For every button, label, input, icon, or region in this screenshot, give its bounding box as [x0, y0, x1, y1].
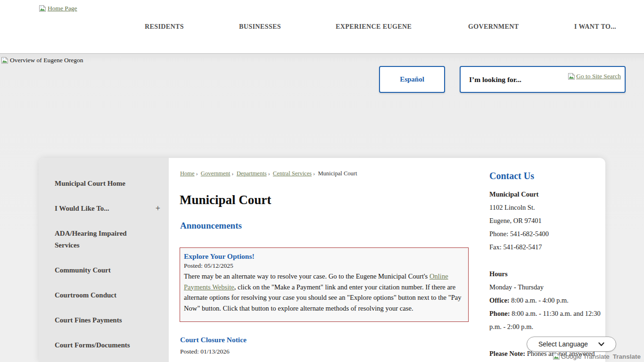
expand-plus-icon[interactable]: +	[156, 203, 160, 214]
translate-label: Translate	[613, 353, 641, 360]
sidebar-item-label: I Would Like To...	[55, 205, 109, 212]
breadcrumb-government[interactable]: Government	[201, 170, 230, 177]
broken-image-icon	[553, 353, 561, 360]
breadcrumb-current: Municipal Court	[318, 170, 357, 177]
court-closure-posted-date: Posted: 01/13/2026	[180, 348, 230, 355]
contact-sidebar: Contact Us Municipal Court 1102 Lincoln …	[489, 171, 607, 362]
sidebar-item-label: Court Forms/Documents	[55, 341, 130, 349]
breadcrumb-separator: ›	[313, 170, 315, 177]
court-closure-notice-link[interactable]: Court Closure Notice	[180, 336, 247, 344]
home-page-logo-link[interactable]: Home Page	[39, 5, 77, 12]
nav-businesses[interactable]: BUSINESSES	[239, 23, 281, 31]
nav-government[interactable]: GOVERNMENT	[468, 23, 519, 31]
broken-image-icon	[568, 73, 576, 80]
announcements-heading: Announcements	[180, 221, 242, 231]
main-content: Home› Government› Departments› Central S…	[180, 158, 491, 362]
sidebar-item-courtroom-conduct[interactable]: Courtroom Conduct	[55, 289, 161, 301]
contact-department-name: Municipal Court	[489, 188, 607, 201]
office-label: Office:	[489, 296, 510, 304]
sidebar-item-court-forms-documents[interactable]: Court Forms/Documents	[55, 339, 161, 351]
select-language-label: Select Language	[538, 340, 588, 348]
breadcrumb-separator: ›	[268, 170, 270, 177]
please-note-label: Please Note:	[489, 350, 525, 357]
sidebar-item-label: Court Fines Payments	[55, 316, 122, 324]
breadcrumb-central-services[interactable]: Central Services	[273, 170, 312, 177]
contact-address-line1: 1102 Lincoln St.	[489, 201, 607, 214]
announcement-body: There may be an alternate way to resolve…	[184, 271, 463, 313]
hours-days: Monday - Thursday	[489, 280, 607, 294]
broken-image-icon	[1, 57, 9, 64]
announcement-body-text: There may be an alternate way to resolve…	[184, 272, 429, 280]
office-hours-value: 8:00 a.m. - 4:00 p.m.	[510, 296, 569, 304]
chevron-down-icon	[598, 342, 604, 346]
contact-us-heading: Contact Us	[489, 171, 607, 181]
contact-address-line2: Eugene, OR 97401	[489, 214, 607, 227]
sidebar-item-municipal-court-home[interactable]: Municipal Court Home	[55, 178, 161, 189]
content-card: Municipal Court Home I Would Like To... …	[39, 158, 605, 362]
nav-i-want-to[interactable]: I WANT TO...	[574, 23, 616, 31]
google-translate-logo-alt: Google Translate	[561, 353, 610, 360]
breadcrumb-home[interactable]: Home	[180, 170, 195, 177]
sidebar-menu: Municipal Court Home I Would Like To... …	[39, 158, 169, 362]
announcement-notice-box: Explore Your Options! Posted: 05/12/2025…	[180, 247, 469, 322]
nav-experience-eugene[interactable]: EXPERIENCE EUGENE	[336, 23, 412, 31]
breadcrumb-separator: ›	[196, 170, 198, 177]
sidebar-item-label: ADA/Hearing Impaired Services	[55, 230, 127, 249]
office-hours-line: Office: 8:00 a.m. - 4:00 p.m.	[489, 294, 607, 307]
home-page-logo-label: Home Page	[48, 5, 77, 12]
phone-hours-line: Phone: 8:00 a.m. - 11:30 a.m. and 12:30 …	[489, 307, 607, 333]
announcement-posted-date: Posted: 05/12/2025	[184, 262, 463, 270]
sidebar-item-label: Courtroom Conduct	[55, 291, 116, 299]
hero-banner-broken-image: Overview of Eugene Oregon	[1, 57, 83, 64]
sidebar-item-label: Community Court	[55, 266, 111, 274]
espanol-button[interactable]: Español	[379, 66, 445, 93]
page-title: Municipal Court	[180, 193, 271, 207]
go-to-site-search-link[interactable]: Go to Site Search	[568, 73, 621, 80]
select-language-dropdown[interactable]: Select Language	[527, 337, 616, 352]
google-translate-attribution: Google Translate Translate	[553, 353, 641, 360]
search-input[interactable]	[461, 67, 568, 92]
hours-heading: Hours	[489, 267, 607, 280]
sidebar-item-ada-hearing-impaired-services[interactable]: ADA/Hearing Impaired Services	[55, 228, 161, 251]
top-nav: Home Page RESIDENTS BUSINESSES EXPERIENC…	[0, 0, 644, 53]
phone-label: Phone:	[489, 310, 510, 317]
page: Home Page RESIDENTS BUSINESSES EXPERIENC…	[0, 0, 644, 362]
hero-banner-alt-text: Overview of Eugene Oregon	[10, 57, 83, 64]
go-to-site-search-label: Go to Site Search	[576, 73, 621, 80]
sidebar-item-court-fines-payments[interactable]: Court Fines Payments	[55, 314, 161, 326]
announcement-title-link[interactable]: Explore Your Options!	[184, 252, 463, 261]
breadcrumb-departments[interactable]: Departments	[237, 170, 267, 177]
breadcrumb-separator: ›	[231, 170, 233, 177]
sidebar-item-label: Municipal Court Home	[55, 180, 125, 187]
contact-phone: Phone: 541-682-5400	[489, 227, 607, 240]
breadcrumb: Home› Government› Departments› Central S…	[180, 170, 357, 177]
sidebar-item-i-would-like-to[interactable]: I Would Like To... +	[55, 203, 161, 214]
sidebar-item-community-court[interactable]: Community Court	[55, 264, 161, 276]
broken-image-icon	[39, 5, 47, 12]
contact-fax: Fax: 541-682-5417	[489, 240, 607, 254]
site-search-box: Go to Site Search	[460, 66, 626, 93]
nav-residents[interactable]: RESIDENTS	[145, 23, 184, 31]
